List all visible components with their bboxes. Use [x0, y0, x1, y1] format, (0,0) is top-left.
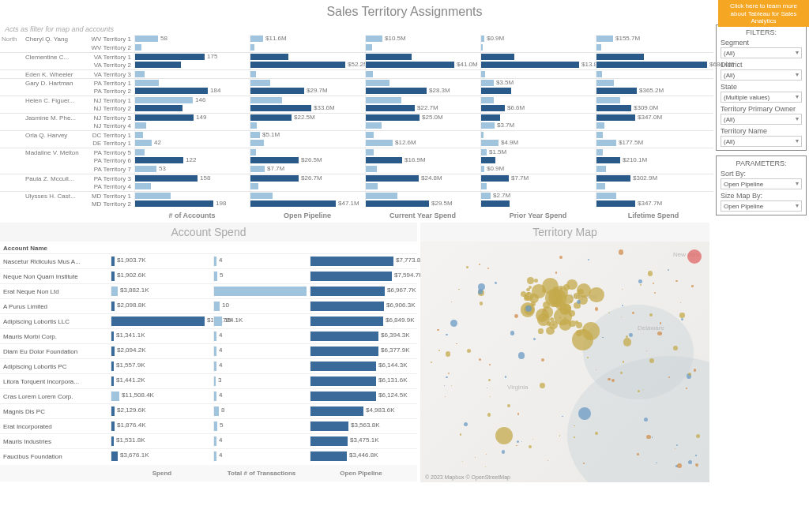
map-dot[interactable]	[451, 385, 452, 386]
map-dot[interactable]	[649, 358, 654, 363]
map-dot[interactable]	[516, 445, 517, 446]
filter-select-4[interactable]: (All)	[721, 136, 802, 147]
territory-row[interactable]: PA Territory 2 184$29.7M$28.3M$365.2M	[0, 87, 713, 96]
terr-bar[interactable]	[134, 70, 250, 79]
map-dot[interactable]	[572, 329, 593, 350]
map-dot[interactable]	[619, 249, 624, 255]
map-dot[interactable]	[575, 320, 578, 324]
terr-bar[interactable]	[365, 43, 480, 52]
terr-bar[interactable]: $4.9M	[480, 139, 596, 148]
map-dot[interactable]	[626, 335, 628, 338]
terr-bar[interactable]	[596, 165, 711, 174]
terr-bar[interactable]: $0.9M	[480, 165, 596, 174]
footer-pipe[interactable]: Open Pipeline	[310, 465, 412, 481]
account-row[interactable]: Adipiscing Lobortis PC $1,557.9K 4 $6,14…	[0, 358, 417, 373]
map-dot[interactable]	[574, 436, 575, 438]
map-dot[interactable]	[444, 385, 445, 386]
terr-bar[interactable]	[365, 131, 480, 140]
map-dot[interactable]	[437, 329, 438, 331]
terr-bar[interactable]: $5.1M	[250, 131, 365, 140]
territory-column-header[interactable]: Current Year Spend	[365, 212, 480, 219]
account-row[interactable]: Erat Incorporated $1,876.4K 5 $3,563.8K	[0, 418, 417, 433]
terr-bar[interactable]	[250, 182, 365, 191]
terr-bar[interactable]	[596, 43, 711, 52]
territory-row[interactable]: NJ Territory 4 $3.7M	[0, 122, 713, 130]
map-dot[interactable]	[578, 407, 591, 420]
territory-row[interactable]: Clementine C... VA Territory 1 175	[0, 52, 713, 61]
terr-bar[interactable]	[480, 182, 596, 191]
account-row[interactable]: Diam Eu Dolor Foundation $2,094.2K 4 $6,…	[0, 343, 417, 358]
map-dot[interactable]	[555, 272, 558, 274]
terr-bar[interactable]: 42	[134, 139, 250, 148]
map-dot[interactable]	[559, 256, 563, 259]
map-attribution[interactable]: © 2023 Mapbox © OpenStreetMap	[425, 474, 510, 480]
terr-bar[interactable]	[250, 148, 365, 157]
terr-bar[interactable]	[250, 139, 365, 148]
territory-column-header[interactable]: Open Pipeline	[250, 212, 365, 219]
map-dot[interactable]	[534, 279, 538, 283]
terr-bar[interactable]: 53	[134, 165, 250, 174]
map-dot[interactable]	[479, 264, 480, 265]
map-dot[interactable]	[562, 416, 563, 417]
territory-column-header[interactable]: Prior Year Spend	[480, 212, 596, 219]
map-dot[interactable]	[611, 379, 615, 382]
terr-bar[interactable]: $7.7M	[480, 174, 596, 183]
territory-row[interactable]: MD Territory 2 198$47.1M$29.5M$347.7M	[0, 200, 713, 208]
terr-bar[interactable]: $29.7M	[250, 87, 365, 96]
terr-bar[interactable]: $347.0M	[596, 114, 711, 122]
map-dot[interactable]	[517, 440, 519, 443]
map-dot[interactable]	[608, 313, 609, 313]
map-dot[interactable]	[538, 328, 544, 334]
terr-bar[interactable]: 158	[134, 174, 250, 183]
terr-bar[interactable]	[365, 53, 480, 62]
terr-bar[interactable]: 146	[134, 96, 250, 105]
terr-bar[interactable]: $0.9M	[480, 35, 596, 43]
terr-bar[interactable]	[365, 96, 480, 105]
account-row[interactable]: Adipiscing Lobortis LLC $142,784.1K 15 $…	[0, 313, 417, 328]
terr-bar[interactable]	[250, 70, 365, 79]
terr-bar[interactable]	[134, 192, 250, 200]
map-dot[interactable]	[495, 427, 513, 444]
map-dot[interactable]	[446, 351, 451, 357]
footer-spend[interactable]: Spend	[111, 465, 213, 481]
territory-row[interactable]: Paula Z. Mccull... PA Territory 3 158$26…	[0, 174, 713, 182]
terr-bar[interactable]	[480, 131, 596, 140]
map-dot[interactable]	[517, 413, 519, 414]
map-dot[interactable]	[487, 413, 491, 417]
terr-bar[interactable]	[365, 70, 480, 79]
map-dot[interactable]	[438, 350, 440, 351]
terr-bar[interactable]	[596, 70, 711, 79]
terr-bar[interactable]: $52.2M	[250, 61, 365, 69]
terr-bar[interactable]: $24.8M	[365, 174, 480, 183]
map-dot[interactable]	[479, 358, 481, 361]
map-dot[interactable]	[547, 460, 548, 461]
map-dot[interactable]	[687, 249, 702, 264]
map-dot[interactable]	[478, 289, 483, 294]
territory-row[interactable]: Jasmine M. Phe... NJ Territory 3 149$22.…	[0, 113, 713, 122]
terr-bar[interactable]	[365, 122, 480, 130]
map-dot[interactable]	[460, 433, 462, 436]
map-dot[interactable]	[487, 388, 487, 388]
terr-bar[interactable]: $47.1M	[250, 200, 365, 208]
map-dot[interactable]	[587, 357, 589, 358]
map-dot[interactable]	[646, 350, 647, 351]
map-dot[interactable]	[475, 457, 476, 458]
terr-bar[interactable]	[480, 53, 596, 62]
account-row[interactable]: Magnis Dis PC $2,129.6K 8 $4,983.6K	[0, 403, 417, 418]
map-dot[interactable]	[695, 455, 697, 456]
param-select-1[interactable]: Open Pipeline	[721, 200, 802, 212]
map-dot[interactable]	[595, 432, 598, 435]
account-row[interactable]: Nascetur Ridiculus Mus A... $1,903.7K 4 …	[0, 253, 417, 268]
terr-bar[interactable]: $3.5M	[480, 79, 596, 88]
map-dot[interactable]	[681, 318, 683, 320]
map-dot[interactable]	[629, 333, 633, 337]
filter-select-1[interactable]: (All)	[721, 69, 802, 81]
terr-bar[interactable]: $2.7M	[480, 192, 596, 200]
terr-bar[interactable]	[480, 156, 596, 165]
map-dot[interactable]	[583, 463, 585, 464]
map-dot[interactable]	[458, 289, 459, 290]
terr-bar[interactable]	[250, 192, 365, 200]
territory-chart[interactable]: North Cheryl Q. Yang WV Territory 1 58$1…	[0, 35, 713, 208]
map-dot[interactable]	[451, 302, 453, 303]
map-dot[interactable]	[546, 327, 554, 335]
